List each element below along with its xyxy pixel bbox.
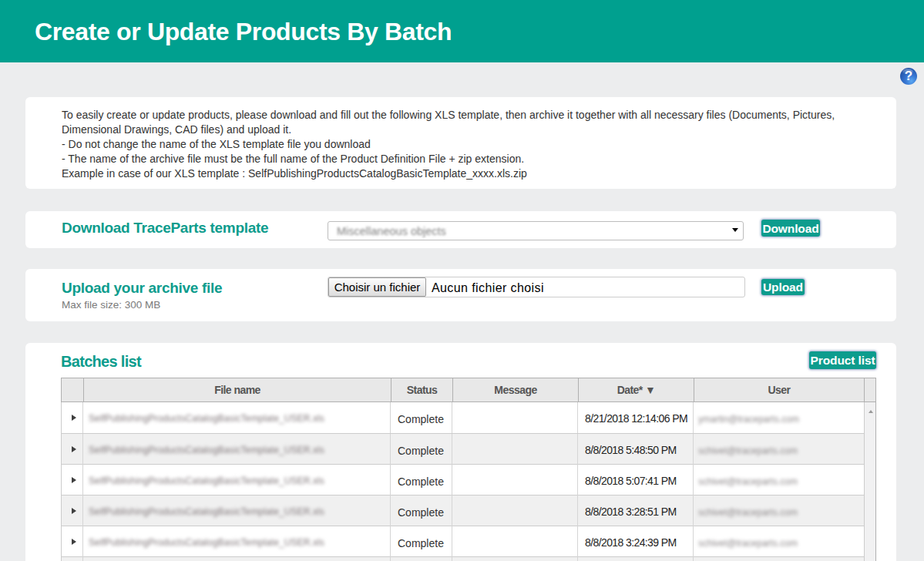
svg-text:?: ? [905, 69, 912, 83]
